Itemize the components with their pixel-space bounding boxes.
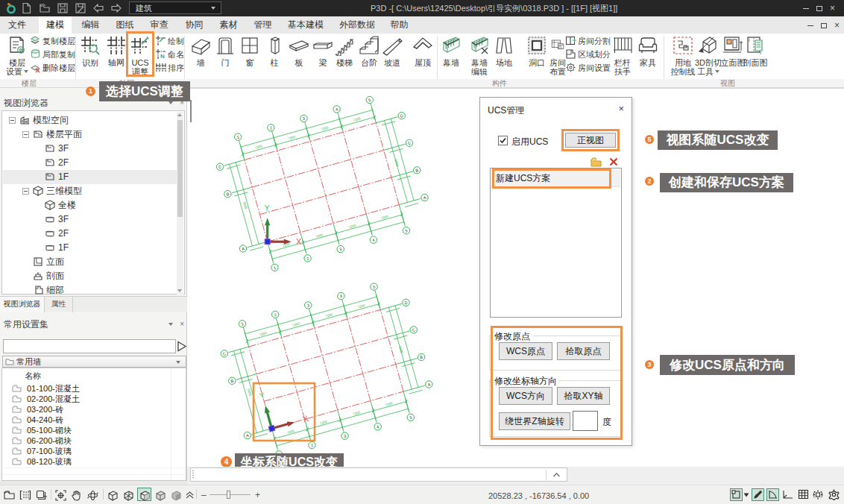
svg-text:N: N	[160, 53, 165, 60]
svg-text:Y: Y	[265, 204, 270, 212]
svg-text:I: I	[760, 51, 761, 55]
svg-text:Y: Y	[259, 391, 266, 400]
svg-text:X: X	[301, 414, 309, 424]
svg-text:X: X	[296, 237, 302, 246]
